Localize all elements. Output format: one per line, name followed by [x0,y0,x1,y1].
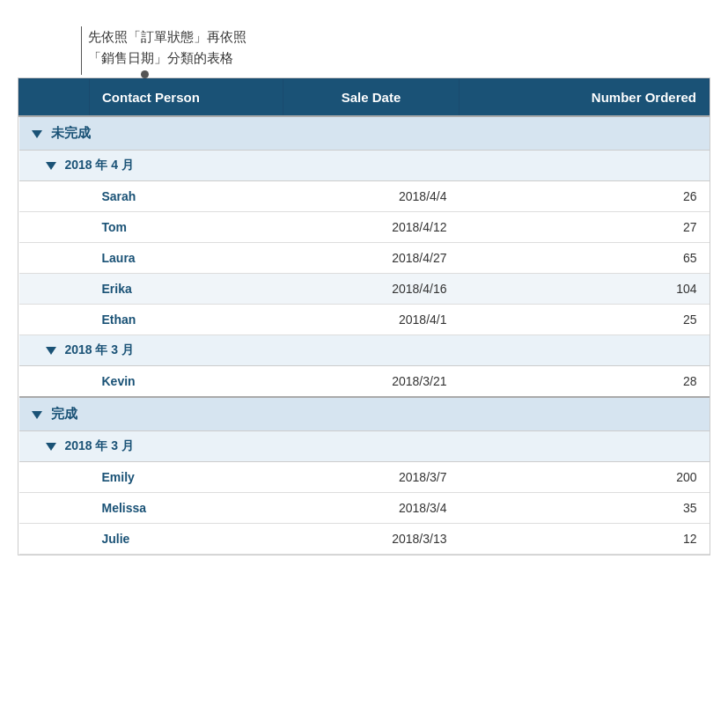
group-header-cell: 未完成 [19,116,710,151]
number-ordered: 26 [460,181,710,212]
row-indicator [19,366,90,398]
row-indicator [19,274,90,305]
sale-date: 2018/4/1 [283,305,460,335]
number-ordered: 25 [460,305,710,335]
number-ordered: 200 [460,462,710,493]
group-header-row[interactable]: 完成 [19,397,710,431]
contact-name: Emily [90,462,283,493]
collapse-icon [32,130,42,138]
contact-name: Laura [90,243,283,274]
sub-collapse-icon [46,347,56,355]
table-row: Tom 2018/4/12 27 [19,212,710,243]
table-row: Erika 2018/4/16 104 [19,274,710,305]
contact-name: Melissa [90,493,283,524]
row-indicator [19,305,90,335]
subgroup-header-row[interactable]: 2018 年 3 月 [19,335,710,366]
row-indicator [19,493,90,524]
number-ordered: 28 [460,366,710,398]
contact-name: Tom [90,212,283,243]
annotation-line2: 「銷售日期」分類的表格 [88,50,233,65]
table-row: Laura 2018/4/27 65 [19,243,710,274]
contact-name: Julie [90,524,283,555]
col-header-contact: Contact Person [90,79,283,117]
number-ordered: 35 [460,493,710,524]
subgroup-header-row[interactable]: 2018 年 4 月 [19,151,710,181]
row-indicator [19,212,90,243]
sale-date: 2018/3/21 [283,366,460,398]
sale-date: 2018/3/7 [283,462,460,493]
sale-date: 2018/4/12 [283,212,460,243]
subgroup-label: 2018 年 4 月 [64,158,134,172]
col-header-indicator [19,79,90,117]
sale-date: 2018/3/13 [283,524,460,555]
row-indicator [19,243,90,274]
subgroup-header-cell: 2018 年 3 月 [19,335,710,366]
row-indicator [19,524,90,555]
subgroup-label: 2018 年 3 月 [64,342,134,357]
sale-date: 2018/4/16 [283,274,460,305]
annotation-area: 先依照「訂單狀態」再依照 「銷售日期」分類的表格 [18,18,710,69]
annotation-line1: 先依照「訂單狀態」再依照 [88,29,246,44]
subgroup-header-cell: 2018 年 3 月 [19,431,710,462]
col-header-count: Number Ordered [460,79,710,117]
collapse-icon [32,411,42,419]
subgroup-header-row[interactable]: 2018 年 3 月 [19,431,710,462]
sub-collapse-icon [46,443,56,451]
contact-name: Sarah [90,181,283,212]
table-row: Ethan 2018/4/1 25 [19,305,710,335]
sale-date: 2018/4/4 [283,181,460,212]
sale-date: 2018/3/4 [283,493,460,524]
table-row: Kevin 2018/3/21 28 [19,366,710,398]
group-label: 完成 [51,406,77,421]
row-indicator [19,181,90,212]
annotation-line [81,26,82,75]
table-row: Sarah 2018/4/4 26 [19,181,710,212]
main-table: Contact Person Sale Date Number Ordered … [18,78,710,555]
group-header-row[interactable]: 未完成 [19,116,710,151]
col-header-date: Sale Date [283,79,460,117]
table-header: Contact Person Sale Date Number Ordered [19,79,710,117]
sale-date: 2018/4/27 [283,243,460,274]
group-label: 未完成 [51,125,91,140]
table-row: Melissa 2018/3/4 35 [19,493,710,524]
group-header-cell: 完成 [19,397,710,431]
table-body: 未完成 2018 年 4 月 Sarah 2018/4/4 26 Tom 201… [19,116,710,555]
table-row: Emily 2018/3/7 200 [19,462,710,493]
contact-name: Kevin [90,366,283,398]
row-indicator [19,462,90,493]
sub-collapse-icon [46,162,56,170]
subgroup-label: 2018 年 3 月 [64,438,134,452]
table-row: Julie 2018/3/13 12 [19,524,710,555]
contact-name: Ethan [90,305,283,335]
number-ordered: 12 [460,524,710,555]
annotation-dot [141,70,149,78]
number-ordered: 104 [460,274,710,305]
contact-name: Erika [90,274,283,305]
subgroup-header-cell: 2018 年 4 月 [19,151,710,181]
number-ordered: 27 [460,212,710,243]
table-wrapper: Contact Person Sale Date Number Ordered … [18,77,710,555]
number-ordered: 65 [460,243,710,274]
annotation-text: 先依照「訂單狀態」再依照 「銷售日期」分類的表格 [88,26,246,69]
